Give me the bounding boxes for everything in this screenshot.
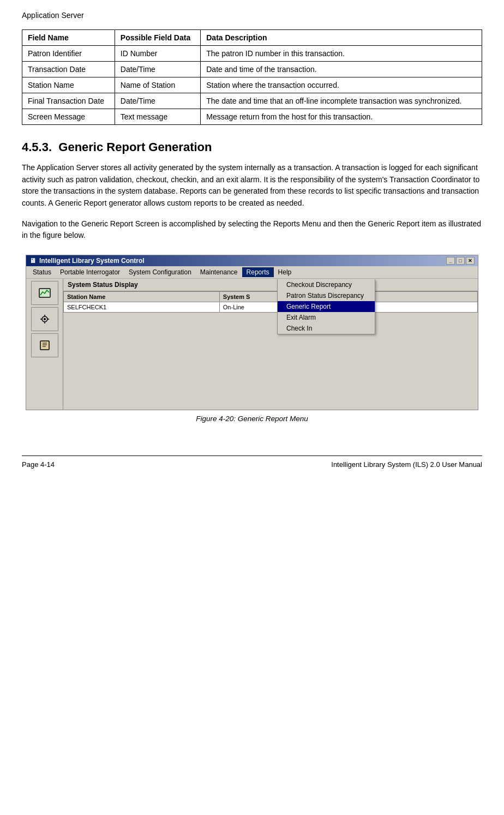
book-icon	[38, 340, 51, 351]
col-header-description: Data Description	[201, 30, 482, 46]
table-cell-description: Message return from the host for this tr…	[201, 109, 482, 125]
table-row: Patron IdentifierID NumberThe patron ID …	[22, 46, 482, 62]
station-col-header: Station Name	[64, 292, 220, 302]
table-cell-possible: ID Number	[115, 46, 200, 62]
menu-portable-interrogator[interactable]: Portable Interrogator	[56, 267, 124, 277]
table-row: Screen MessageText messageMessage return…	[22, 109, 482, 125]
section-heading: 4.5.3. Generic Report Generation	[22, 140, 482, 154]
col-header-possible: Possible Field Data	[115, 30, 200, 46]
table-cell-description: The date and time that an off-line incom…	[201, 93, 482, 109]
table-row: Station NameName of StationStation where…	[22, 77, 482, 93]
maximize-button[interactable]: □	[456, 257, 465, 265]
col-header-field: Field Name	[22, 30, 115, 46]
table-row: Transaction DateDate/TimeDate and time o…	[22, 62, 482, 77]
menu-reports[interactable]: Reports	[242, 267, 274, 277]
field-data-table: Field Name Possible Field Data Data Desc…	[22, 29, 482, 125]
section-number: 4.5.3.	[22, 140, 52, 154]
status-icon	[38, 287, 51, 298]
dropdown-check-in[interactable]: Check In	[278, 323, 375, 334]
menu-system-configuration[interactable]: System Configuration	[124, 267, 196, 277]
menu-status[interactable]: Status	[28, 267, 56, 277]
minimize-button[interactable]: _	[446, 257, 455, 265]
section-body-2: Navigation to the Generic Report Screen …	[22, 218, 482, 242]
table-cell-possible: Name of Station	[115, 77, 200, 93]
dropdown-exit-alarm[interactable]: Exit Alarm	[278, 312, 375, 323]
content-header: System Status Display	[63, 279, 478, 291]
table-cell-possible: Date/Time	[115, 93, 200, 109]
section-body-1: The Application Server stores all activi…	[22, 162, 482, 209]
menu-maintenance[interactable]: Maintenance	[196, 267, 242, 277]
section-title: Generic Report Generation	[58, 140, 212, 154]
window-controls[interactable]: _ □ ✕	[446, 257, 475, 265]
station-name-cell: SELFCHECK1	[64, 302, 220, 313]
titlebar-icon: 🖥	[29, 257, 36, 265]
close-button[interactable]: ✕	[466, 257, 475, 265]
main-content: System Status Display Station Name Syste…	[63, 279, 478, 410]
svg-rect-7	[40, 341, 49, 350]
table-cell-field: Final Transaction Date	[22, 93, 115, 109]
dropdown-checkout-discrepancy[interactable]: Checkout Discrepancy	[278, 279, 375, 290]
table-cell-possible: Text message	[115, 109, 200, 125]
reports-dropdown: Checkout Discrepancy Patron Status Discr…	[277, 279, 375, 334]
sidebar-book-btn[interactable]	[31, 333, 58, 357]
titlebar-title: 🖥 Intelligent Library System Control	[29, 257, 145, 265]
dropdown-patron-status-discrepancy[interactable]: Patron Status Discrepancy	[278, 290, 375, 301]
figure-caption: Figure 4-20: Generic Report Menu	[22, 415, 482, 423]
sidebar	[26, 279, 63, 410]
table-cell-description: Station where the transaction occurred.	[201, 77, 482, 93]
svg-point-2	[44, 318, 46, 320]
footer-left: Page 4-14	[22, 460, 55, 469]
table-cell-field: Patron Identifier	[22, 46, 115, 62]
table-cell-description: Date and time of the transaction.	[201, 62, 482, 77]
screenshot: 🖥 Intelligent Library System Control _ □…	[26, 255, 478, 410]
table-cell-description: The patron ID number in this transaction…	[201, 46, 482, 62]
dropdown-generic-report[interactable]: Generic Report	[278, 301, 375, 312]
station-table: Station Name System S Printer State SELF…	[63, 291, 478, 313]
app-body: System Status Display Station Name Syste…	[26, 279, 478, 410]
table-row: Final Transaction DateDate/TimeThe date …	[22, 93, 482, 109]
window-titlebar: 🖥 Intelligent Library System Control _ □…	[26, 255, 478, 266]
page-header: Application Server	[22, 11, 482, 20]
footer-right: Intelligent Library System (ILS) 2.0 Use…	[331, 460, 482, 469]
table-cell-possible: Date/Time	[115, 62, 200, 77]
figure-container: 🖥 Intelligent Library System Control _ □…	[22, 255, 482, 423]
menu-help[interactable]: Help	[274, 267, 296, 277]
menubar: Status Portable Interrogator System Conf…	[26, 266, 478, 279]
table-cell-field: Station Name	[22, 77, 115, 93]
sidebar-status-btn[interactable]	[31, 281, 58, 305]
table-cell-field: Screen Message	[22, 109, 115, 125]
titlebar-text: Intelligent Library System Control	[39, 257, 145, 265]
config-icon	[38, 314, 51, 325]
page-footer: Page 4-14 Intelligent Library System (IL…	[22, 456, 482, 469]
sidebar-config-btn[interactable]	[31, 307, 58, 331]
table-cell-field: Transaction Date	[22, 62, 115, 77]
